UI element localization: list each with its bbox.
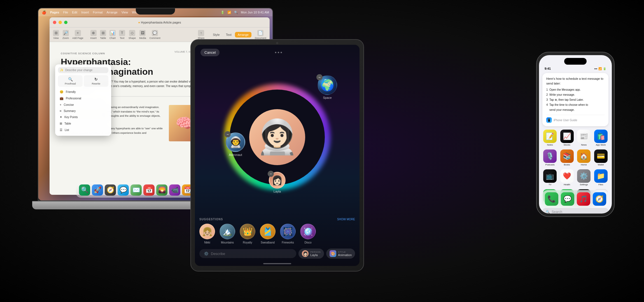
describe-input[interactable]: ⚙️ Describe	[199, 249, 296, 258]
tab-style[interactable]: Style	[210, 32, 222, 38]
close-button[interactable]	[53, 21, 56, 24]
app-wallet[interactable]: 💳 Wallet	[593, 149, 609, 166]
source-text: iPhone User Guide	[554, 119, 577, 122]
app-health[interactable]: ❤️ Health	[559, 169, 575, 186]
app-files[interactable]: 📁 Files	[593, 169, 609, 186]
dock-safari[interactable]: 🧭	[592, 192, 607, 206]
ai-option-concise[interactable]: + Concise	[58, 102, 108, 107]
dock-finder[interactable]: 🔍	[79, 184, 90, 196]
toolbar-text[interactable]: TText	[119, 30, 125, 39]
battery-icon: 🔋	[221, 11, 225, 14]
ai-option-keypoints[interactable]: ✦ Key Points	[58, 114, 108, 120]
toolbar-chart[interactable]: 📊Chart	[109, 30, 116, 39]
person-emoji: 👩🏻‍🚀	[256, 117, 298, 157]
menubar-edit[interactable]: Edit	[72, 11, 77, 14]
dock-phone[interactable]: 📞	[544, 192, 559, 206]
toolbar-addpage[interactable]: + Add Page	[72, 30, 83, 39]
person-sublabel: PERSON	[310, 251, 321, 253]
suggestion-sweatband[interactable]: 🎽 Sweatband	[260, 224, 276, 244]
ai-option-summary[interactable]: ≡ Summary	[58, 108, 108, 114]
toolbar-shape[interactable]: ◇Shape	[129, 30, 136, 39]
dock-messages[interactable]: 💬	[118, 184, 129, 196]
dock-photos[interactable]: 🌄	[156, 184, 167, 196]
app-books[interactable]: 📚 Books	[559, 149, 575, 166]
menubar-format[interactable]: Format	[93, 11, 103, 14]
sweatband-emoji: 🎽	[263, 227, 273, 236]
suggestion-fireworks[interactable]: 🎆 Fireworks	[280, 224, 296, 244]
fullscreen-button[interactable]	[64, 21, 67, 24]
minimize-button[interactable]	[59, 21, 62, 24]
ai-option-professional[interactable]: 💼 Professional	[58, 95, 108, 101]
disco-emoji: 🪩	[303, 227, 313, 236]
pages-titlebar: ● Hyperphantasia Article.pages	[50, 17, 270, 27]
dock-facetime[interactable]: 📹	[169, 184, 180, 196]
app-settings[interactable]: ⚙️ Settings	[576, 169, 592, 186]
toolbar-comment[interactable]: 💬Comment	[150, 30, 160, 39]
search-icon: 🔍	[546, 210, 550, 214]
suggestion-disco[interactable]: 🪩 Disco	[300, 224, 316, 244]
remove-layla-button[interactable]: −	[268, 171, 274, 177]
menubar-insert[interactable]: Insert	[81, 11, 89, 14]
dock-mail[interactable]: ✉️	[130, 184, 142, 196]
dock-messages[interactable]: 💬	[560, 192, 575, 206]
remove-space-button[interactable]: −	[316, 74, 323, 80]
ai-options-list: 😊 Friendly 💼 Professional + Concise	[58, 89, 108, 133]
app-tv[interactable]: 📺 TV	[542, 169, 558, 186]
menubar-pages[interactable]: Pages	[50, 11, 59, 14]
cancel-button[interactable]: Cancel	[200, 49, 220, 56]
dot-2	[278, 52, 279, 53]
suggestion-nikki[interactable]: 👧🏼 Nikki	[199, 224, 215, 244]
tab-text[interactable]: Text	[223, 32, 234, 38]
sweatband-img: 🎽	[260, 224, 276, 239]
toolbar-share[interactable]: ↑ Share	[198, 30, 204, 39]
toolbar-table[interactable]: ⊞Table	[100, 30, 106, 39]
person-chip[interactable]: 👩🏻 PERSON Layla	[298, 249, 324, 259]
iphone-status-icons: ▪▪▪ 📶 🔋	[594, 67, 606, 70]
toolbar-document[interactable]: 📄Document	[255, 30, 266, 39]
health-label: Health	[564, 183, 570, 186]
ai-tab-rewrite[interactable]: ↻ Rewrite	[84, 75, 108, 87]
layla-float[interactable]: − 👩🏻 Layla	[269, 172, 286, 193]
ai-option-table[interactable]: ⊞ Table	[58, 121, 108, 127]
show-more-button[interactable]: SHOW MORE	[337, 218, 355, 221]
dock-launchpad[interactable]: 🚀	[92, 184, 103, 196]
toolbar-media[interactable]: 🖼Media	[139, 30, 146, 39]
messages-dock-icon: 💬	[561, 192, 574, 206]
menubar-file[interactable]: File	[63, 11, 68, 14]
app-notes[interactable]: 📝 Notes	[542, 130, 558, 146]
app-stocks[interactable]: 📈 Stocks	[559, 130, 575, 146]
toolbar-view[interactable]: ⊞ View	[53, 30, 59, 39]
ai-option-friendly[interactable]: 😊 Friendly	[58, 89, 108, 95]
suggestion-mountains[interactable]: 🏔️ Mountains	[220, 224, 235, 244]
app-podcasts[interactable]: 🎙️ Podcasts	[542, 149, 558, 166]
files-icon: 📁	[594, 169, 608, 183]
dock-calendar[interactable]: 📅	[143, 184, 155, 196]
remove-astronaut-button[interactable]: −	[225, 131, 231, 137]
royalty-img: 👑	[240, 224, 255, 239]
menubar-arrange[interactable]: Arrange	[106, 11, 117, 14]
style-chip[interactable]: 🎨 STYLE Animation	[326, 249, 355, 259]
tab-arrange[interactable]: Arrange	[235, 32, 251, 38]
suggestion-royalty[interactable]: 👑 Royalty	[240, 224, 255, 244]
search-menubar-icon[interactable]: 🔍	[234, 11, 238, 14]
apple-menu[interactable]: 🍎	[42, 10, 46, 15]
app-appstore[interactable]: 🛍️ App Store	[593, 130, 609, 146]
ai-tab-proofread[interactable]: 🔍 Proofread	[58, 75, 83, 87]
document-area[interactable]: COGNITIVE SCIENCE COLUMN VOLUME 7, ISSUE…	[50, 42, 211, 195]
search-bar[interactable]: 🔍 Search	[542, 208, 608, 214]
toolbar-insert[interactable]: ⊕Insert	[90, 30, 97, 39]
menubar-view[interactable]: View	[122, 11, 128, 14]
stocks-icon: 📈	[560, 130, 574, 143]
dock-safari[interactable]: 🧭	[105, 184, 116, 196]
style-chip-info: STYLE Animation	[338, 251, 352, 257]
app-news[interactable]: 📰 News	[576, 130, 592, 146]
nikki-emoji: 👧🏼	[202, 227, 213, 237]
clock: Mon Jun 10 9:41 AM	[241, 11, 269, 14]
iphone-dock: 📞 💬 🎵 🧭	[542, 190, 609, 208]
app-home[interactable]: 🏠 Home	[576, 149, 592, 166]
siri-intro: Here's how to schedule a text message to…	[546, 76, 605, 86]
astronaut-float[interactable]: − 👨‍🚀 Astronaut	[226, 132, 245, 156]
dock-music[interactable]: 🎵	[576, 192, 591, 206]
ai-option-list[interactable]: ☰ List	[58, 127, 108, 133]
toolbar-zoom[interactable]: 🔎 Zoom	[62, 30, 69, 39]
